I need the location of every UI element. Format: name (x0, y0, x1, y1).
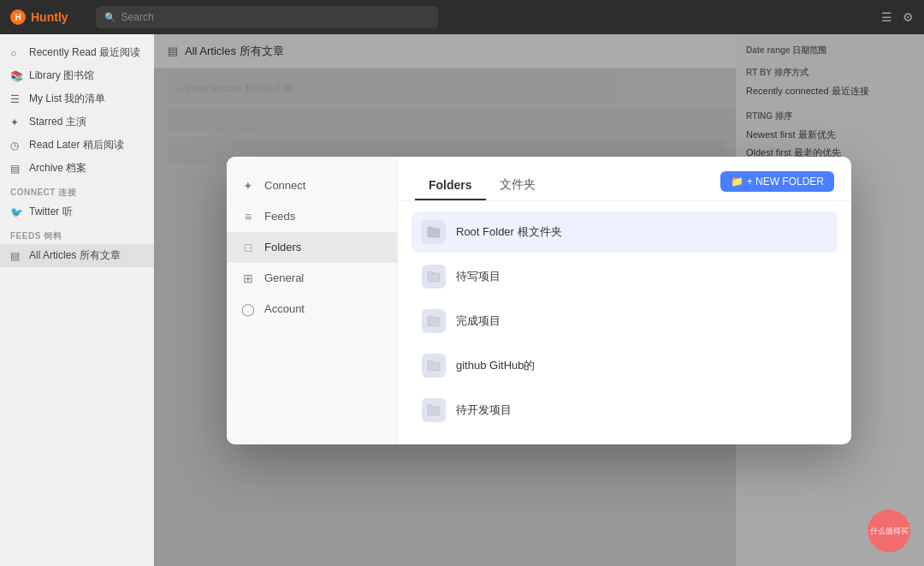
folder-list: Root Folder 根文件夹 ✎ 待写项目 ✎ (398, 201, 851, 444)
modal-sidebar-feeds[interactable]: ≡ Feeds (227, 201, 397, 232)
account-icon: ◯ (240, 302, 256, 316)
new-folder-label: + NEW FOLDER (747, 176, 824, 188)
my-list-icon: ☰ (10, 93, 22, 105)
tab-folders[interactable]: Folders (415, 171, 486, 200)
app-name: Huntly (31, 10, 68, 24)
sidebar-item-my-list-label: My List 我的清单 (29, 92, 105, 106)
modal-sidebar-feeds-label: Feeds (264, 210, 295, 223)
sidebar-item-recently-read-label: Recently Read 最近阅读 (29, 45, 140, 60)
tab-folders-label: Folders (429, 178, 472, 192)
filter-icon[interactable]: ☰ (881, 10, 892, 24)
folder-name-done: 完成项目 (456, 313, 808, 329)
modal-sidebar: ✦ Connect ≡ Feeds □ Folders ⊞ General (227, 157, 398, 444)
modal-main-content: Folders 文件夹 📁 + NEW FOLDER (398, 157, 851, 444)
folders-icon: □ (240, 241, 256, 254)
general-icon: ⊞ (240, 271, 256, 285)
feeds-section-label: FEEDS 饲料 (0, 223, 154, 244)
watermark-text: 什么值得买 (870, 526, 909, 537)
sidebar-item-all-articles-label: All Articles 所有文章 (29, 248, 121, 263)
modal-tabs: Folders 文件夹 📁 + NEW FOLDER (398, 157, 851, 201)
sidebar-item-read-later-label: Read Later 稍后阅读 (29, 138, 124, 152)
search-input[interactable] (121, 11, 429, 23)
search-icon: 🔍 (104, 12, 116, 23)
archive-icon: ▤ (10, 163, 22, 175)
modal-sidebar-connect[interactable]: ✦ Connect (227, 170, 397, 201)
tab-folders-cn[interactable]: 文件夹 (486, 170, 549, 201)
topbar: H Huntly 🔍 ☰ ⚙ (0, 0, 924, 34)
all-articles-icon: ▤ (10, 250, 22, 262)
sidebar: ○ Recently Read 最近阅读 📚 Library 图书馆 ☰ My … (0, 34, 154, 566)
modal-sidebar-account[interactable]: ◯ Account (227, 294, 397, 325)
folder-icon-done (422, 309, 446, 333)
folder-icon-todo (422, 265, 446, 289)
feeds-icon: ≡ (240, 210, 256, 223)
folder-name-todo: 待写项目 (456, 269, 808, 284)
modal-sidebar-folders-label: Folders (264, 241, 301, 253)
sidebar-item-recently-read[interactable]: ○ Recently Read 最近阅读 (0, 41, 154, 64)
topbar-right: ☰ ⚙ (881, 10, 914, 24)
modal-overlay[interactable]: ✦ Connect ≡ Feeds □ Folders ⊞ General (154, 34, 924, 566)
new-folder-button[interactable]: 📁 + NEW FOLDER (720, 171, 834, 192)
sidebar-item-archive-label: Archive 档案 (29, 161, 86, 176)
twitter-icon: 🐦 (10, 206, 22, 218)
sidebar-item-library[interactable]: 📚 Library 图书馆 (0, 64, 154, 87)
folder-icon-github (422, 354, 446, 378)
folder-name-root: Root Folder 根文件夹 (456, 224, 808, 240)
sidebar-item-read-later[interactable]: ◷ Read Later 稍后阅读 (0, 134, 154, 157)
app-logo[interactable]: H Huntly (10, 9, 68, 25)
modal-sidebar-general-label: General (264, 271, 304, 284)
folder-item-todo[interactable]: 待写项目 ✎ (412, 256, 838, 297)
sidebar-item-library-label: Library 图书馆 (29, 69, 94, 83)
folder-item-done[interactable]: 完成项目 ✎ (412, 301, 838, 342)
content-area: ▤ All Articles 所有文章 ✓ ↻ ← Older articles… (154, 34, 924, 566)
sidebar-item-my-list[interactable]: ☰ My List 我的清单 (0, 87, 154, 110)
new-folder-icon: 📁 (731, 176, 743, 188)
logo-icon: H (10, 9, 26, 25)
sidebar-item-twitter[interactable]: 🐦 Twitter 听 (0, 200, 154, 223)
sidebar-item-twitter-label: Twitter 听 (29, 205, 73, 219)
watermark: 什么值得买 (868, 509, 910, 552)
recently-read-icon: ○ (10, 47, 22, 59)
folder-item-dev[interactable]: 待开发项目 ✎ (412, 390, 838, 431)
folder-item-root[interactable]: Root Folder 根文件夹 ✎ (412, 212, 838, 253)
read-later-icon: ◷ (10, 140, 22, 152)
folder-icon-root (422, 220, 446, 244)
folder-name-github: github GitHub的 (456, 358, 808, 373)
search-bar[interactable]: 🔍 (96, 6, 438, 28)
connect-icon: ✦ (240, 179, 256, 193)
sidebar-item-starred-label: Starred 主演 (29, 115, 86, 129)
starred-icon: ✦ (10, 116, 22, 128)
folder-name-dev: 待开发项目 (456, 402, 808, 418)
sidebar-item-starred[interactable]: ✦ Starred 主演 (0, 110, 154, 134)
sidebar-item-archive[interactable]: ▤ Archive 档案 (0, 157, 154, 180)
folder-item-github[interactable]: github GitHub的 ✎ (412, 345, 838, 386)
connect-section-label: CONNECT 连接 (0, 180, 154, 200)
modal-sidebar-connect-label: Connect (264, 179, 305, 192)
settings-icon[interactable]: ⚙ (903, 10, 914, 24)
main-layout: ○ Recently Read 最近阅读 📚 Library 图书馆 ☰ My … (0, 34, 924, 566)
modal-sidebar-account-label: Account (264, 302, 305, 315)
tab-folders-cn-label: 文件夹 (500, 177, 536, 191)
modal-dialog: ✦ Connect ≡ Feeds □ Folders ⊞ General (227, 157, 851, 444)
folder-icon-dev (422, 398, 446, 422)
modal-sidebar-folders[interactable]: □ Folders (227, 232, 397, 263)
sidebar-item-all-articles[interactable]: ▤ All Articles 所有文章 (0, 244, 154, 267)
modal-sidebar-general[interactable]: ⊞ General (227, 263, 397, 294)
library-icon: 📚 (10, 70, 22, 82)
